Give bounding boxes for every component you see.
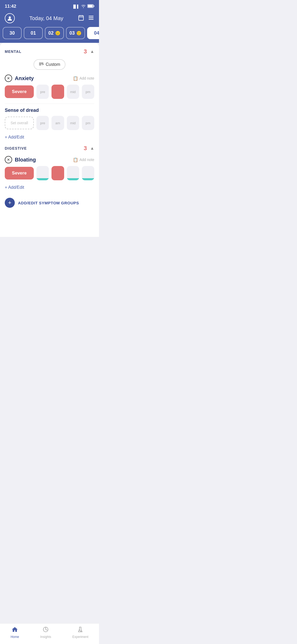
sort-icon (39, 62, 44, 67)
cal-emoji-03: 🙂 (76, 31, 82, 36)
cal-day-04[interactable]: 04 (87, 27, 99, 39)
sense-of-dread-symptom: Sense of dread Set overall pre am mid pm (5, 108, 94, 130)
mental-section-title: MENTAL (5, 49, 21, 54)
status-bar: 11:42 ▐▌▌ (0, 0, 99, 11)
calendar-strip: 30 01 02 😐 03 🙂 04 (0, 27, 99, 43)
main-content: MENTAL 3 ▲ Custom ✕ (0, 43, 99, 237)
header: Today, 04 May (0, 11, 99, 27)
add-groups-plus-btn[interactable]: + (5, 198, 15, 208)
divider-1 (5, 104, 94, 104)
add-groups-label[interactable]: ADD/EDIT SYMPTOM GROUPS (18, 201, 79, 205)
anxiety-remove-btn[interactable]: ✕ (5, 75, 12, 82)
bloating-note-icon: 📋 (73, 157, 78, 162)
anxiety-name: Anxiety (15, 75, 34, 81)
cal-day-30[interactable]: 30 (3, 27, 22, 39)
battery-icon (87, 4, 94, 9)
calendar-icon[interactable] (78, 15, 84, 22)
mental-count: 3 (84, 48, 87, 55)
dread-time-am[interactable]: am (51, 116, 64, 130)
anxiety-time-mid[interactable]: mid (67, 85, 79, 99)
svg-point-3 (9, 16, 11, 19)
custom-sort-button[interactable]: Custom (34, 59, 65, 70)
dread-time-mid[interactable]: mid (67, 116, 79, 130)
anxiety-add-note-btn[interactable]: 📋 Add note (73, 76, 94, 81)
bloating-severity-btn[interactable]: Severe (5, 167, 34, 180)
bloating-symptom: ✕ Bloating 📋 Add note Severe (5, 156, 94, 180)
svg-rect-2 (88, 5, 93, 7)
bloating-time-pre[interactable] (36, 166, 49, 180)
anxiety-severity-btn[interactable]: Severe (5, 85, 34, 98)
svg-rect-4 (79, 16, 83, 20)
bloating-time-am[interactable] (51, 166, 64, 180)
cal-day-02[interactable]: 02 😐 (45, 27, 64, 39)
add-groups-row: + ADD/EDIT SYMPTOM GROUPS (5, 195, 94, 208)
anxiety-time-pre[interactable]: pre (36, 85, 49, 99)
dread-time-pm[interactable]: pm (82, 116, 94, 130)
anxiety-symptom: ✕ Anxiety 📋 Add note Severe pre mid (5, 75, 94, 99)
wifi-icon (81, 4, 86, 9)
set-overall-btn[interactable]: Set overall (5, 117, 34, 129)
mental-section-header: MENTAL 3 ▲ (5, 48, 94, 55)
signal-icon: ▐▌▌ (72, 4, 79, 8)
note-icon: 📋 (73, 76, 78, 81)
digestive-section-title: DIGESTIVE (5, 146, 27, 150)
svg-rect-1 (94, 5, 95, 7)
digestive-collapse-btn[interactable]: ▲ (90, 146, 94, 151)
anxiety-time-am[interactable] (51, 85, 64, 99)
bloating-remove-btn[interactable]: ✕ (5, 156, 12, 163)
cal-day-01[interactable]: 01 (24, 27, 43, 39)
status-icons: ▐▌▌ (72, 4, 94, 9)
custom-sort-label: Custom (46, 62, 60, 67)
cal-day-03[interactable]: 03 🙂 (66, 27, 85, 39)
digestive-count: 3 (84, 145, 87, 152)
sense-of-dread-name: Sense of dread (5, 108, 94, 113)
status-time: 11:42 (5, 4, 16, 9)
cal-emoji-02: 😐 (55, 31, 60, 36)
header-title: Today, 04 May (29, 15, 63, 21)
dread-time-pre[interactable]: pre (36, 116, 49, 130)
bloating-name: Bloating (15, 157, 36, 163)
anxiety-time-pm[interactable]: pm (82, 85, 94, 99)
mental-add-edit-link[interactable]: + Add/Edit (5, 135, 94, 140)
digestive-section-header: DIGESTIVE 3 ▲ (5, 145, 94, 152)
digestive-add-edit-link[interactable]: + Add/Edit (5, 185, 94, 190)
header-icons (78, 15, 94, 22)
bloating-time-pm[interactable] (82, 166, 94, 180)
bloating-time-mid[interactable] (67, 166, 79, 180)
bloating-add-note-btn[interactable]: 📋 Add note (73, 157, 94, 162)
menu-icon[interactable] (88, 15, 94, 22)
mental-collapse-btn[interactable]: ▲ (90, 49, 94, 54)
avatar[interactable] (5, 13, 15, 23)
